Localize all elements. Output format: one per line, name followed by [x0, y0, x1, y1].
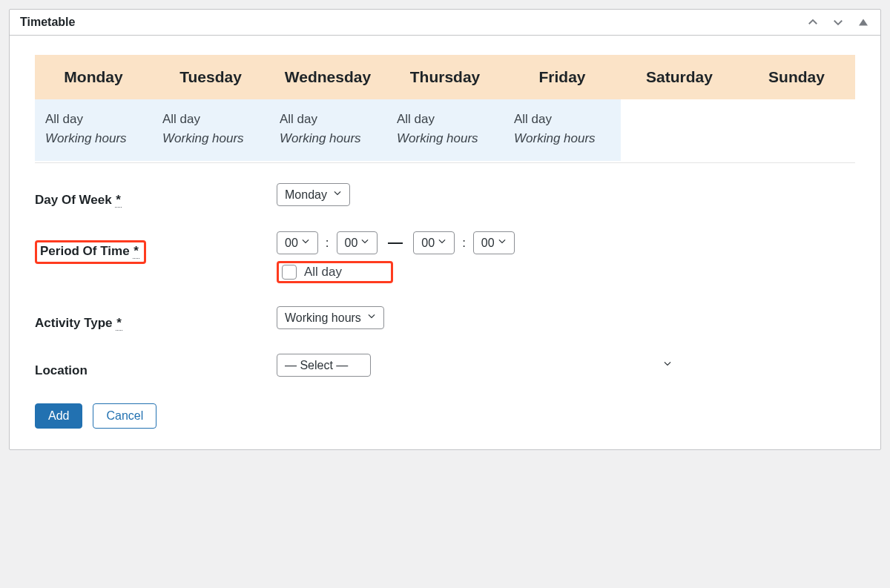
tt-col-tuesday: Tuesday All day Working hours	[152, 55, 269, 161]
select-location[interactable]: — Select —	[277, 359, 680, 372]
tt-col-friday: Friday All day Working hours	[504, 55, 621, 161]
tt-cell-line1: All day	[162, 110, 259, 129]
select-to-minute[interactable]: 00	[473, 237, 515, 250]
time-range: 00 : 00 00 : 00	[277, 236, 855, 251]
form-buttons: Add Cancel	[35, 403, 855, 429]
move-up-icon[interactable]	[806, 16, 820, 29]
label-location: Location	[35, 359, 277, 378]
tt-cell-line2: Working hours	[514, 129, 610, 148]
all-day-checkbox[interactable]	[282, 265, 297, 280]
tt-cell-line2: Working hours	[45, 129, 142, 148]
tt-head: Sunday	[738, 55, 855, 99]
add-button[interactable]: Add	[35, 403, 82, 429]
select-to-hour[interactable]: 00	[413, 237, 455, 250]
tt-col-thursday: Thursday All day Working hours	[386, 55, 504, 161]
label-period-of-time: Period Of Time *	[35, 236, 277, 264]
tt-cell[interactable]: All day Working hours	[35, 99, 152, 161]
tt-cell-line1: All day	[280, 110, 376, 129]
tt-cell[interactable]: All day Working hours	[504, 99, 621, 161]
panel-header: Timetable	[10, 10, 880, 36]
tt-cell-line1: All day	[514, 110, 610, 129]
tt-col-wednesday: Wednesday All day Working hours	[269, 55, 386, 161]
tt-cell-line1: All day	[397, 110, 493, 129]
range-dash	[388, 242, 403, 244]
tt-cell-line1: All day	[45, 110, 142, 129]
tt-col-saturday: Saturday	[621, 55, 738, 161]
time-colon: :	[462, 236, 466, 251]
row-activity-type: Activity Type * Working hours	[35, 311, 855, 331]
svg-marker-0	[859, 19, 868, 26]
tt-head: Friday	[504, 55, 621, 99]
tt-cell-empty[interactable]	[738, 99, 855, 123]
tt-head: Thursday	[386, 55, 504, 99]
time-colon: :	[326, 236, 329, 251]
row-day-of-week: Day Of Week * Monday	[35, 188, 855, 208]
row-period-of-time: Period Of Time * 00 : 00	[35, 236, 855, 283]
tt-cell-line2: Working hours	[162, 129, 259, 148]
cancel-button[interactable]: Cancel	[93, 403, 156, 429]
label-activity-type: Activity Type *	[35, 311, 277, 331]
move-down-icon[interactable]	[831, 16, 845, 29]
tt-head: Monday	[35, 55, 152, 99]
panel-body: Monday All day Working hours Tuesday All…	[10, 36, 880, 449]
select-activity-type[interactable]: Working hours	[277, 311, 384, 325]
tt-head: Tuesday	[152, 55, 269, 99]
panel-header-controls	[806, 16, 870, 29]
tt-head: Wednesday	[269, 55, 386, 99]
tt-head: Saturday	[621, 55, 738, 99]
tt-cell-line2: Working hours	[280, 129, 376, 148]
tt-cell-empty[interactable]	[621, 99, 738, 123]
all-day-row: All day	[277, 261, 855, 283]
timetable-grid: Monday All day Working hours Tuesday All…	[35, 55, 855, 163]
tt-cell[interactable]: All day Working hours	[386, 99, 504, 161]
tt-cell[interactable]: All day Working hours	[152, 99, 269, 161]
timetable-panel: Timetable Monday All day Working hours T…	[9, 9, 881, 450]
tt-cell[interactable]: All day Working hours	[269, 99, 386, 161]
panel-title: Timetable	[20, 16, 75, 29]
select-from-hour[interactable]: 00	[277, 237, 318, 250]
tt-col-monday: Monday All day Working hours	[35, 55, 152, 161]
all-day-label: All day	[304, 265, 386, 280]
chevron-down-icon	[662, 358, 673, 371]
tt-cell-line2: Working hours	[397, 129, 493, 148]
row-location: Location — Select —	[35, 359, 855, 378]
tt-col-sunday: Sunday	[738, 55, 855, 161]
collapse-icon[interactable]	[857, 16, 870, 29]
select-value: Monday	[277, 183, 350, 206]
select-from-minute[interactable]: 00	[337, 237, 378, 250]
label-day-of-week: Day Of Week *	[35, 188, 277, 208]
select-day-of-week[interactable]: Monday	[277, 188, 350, 202]
